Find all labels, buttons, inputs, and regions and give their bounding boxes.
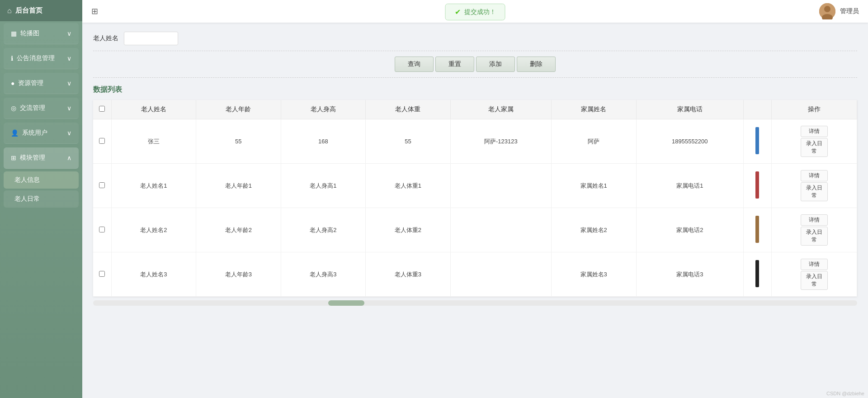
delete-button[interactable]: 删除 [517, 57, 556, 72]
cell-name-2: 老人姓名2 [111, 208, 196, 252]
header-family-phone: 家属电话 [636, 100, 744, 119]
cell-age-0: 55 [196, 119, 281, 164]
header-name: 老人姓名 [111, 100, 196, 119]
header-weight: 老人体重 [366, 100, 451, 119]
daily-button-1[interactable]: 录入日常 [801, 182, 828, 201]
data-table: 老人姓名 老人年龄 老人身高 老人体重 老人家属 家属姓名 家属电话 操作 张三… [93, 100, 857, 297]
sidebar-item-resource[interactable]: ● 资源管理 ∨ [4, 73, 79, 94]
search-label: 老人姓名 [93, 34, 118, 43]
header-family-name: 家属姓名 [551, 100, 636, 119]
avatar [819, 3, 835, 19]
daily-button-0[interactable]: 录入日常 [801, 138, 828, 157]
cell-weight-0: 55 [366, 119, 451, 164]
sidebar-sub-elder-info[interactable]: 老人信息 [4, 171, 79, 189]
cell-ops-0: 详情 录入日常 [771, 119, 857, 164]
grid-icon[interactable]: ⊞ [91, 6, 98, 16]
cell-age-1: 老人年龄1 [196, 164, 281, 208]
carousel-icon: ▦ [11, 30, 17, 37]
cell-ops-1: 详情 录入日常 [771, 164, 857, 208]
header-checkbox[interactable] [93, 100, 111, 119]
row-thumbnail-0 [755, 127, 759, 154]
resource-icon: ● [11, 80, 14, 87]
row-checkbox-2[interactable] [93, 208, 111, 252]
sidebar-item-sysuser[interactable]: 👤 系统用户 ∨ [4, 123, 79, 144]
chevron-down-icon2: ∨ [67, 55, 71, 62]
cell-family-name-2: 家属姓名2 [551, 208, 636, 252]
scroll-track[interactable] [93, 300, 857, 306]
cell-weight-3: 老人体重3 [366, 252, 451, 297]
topbar-left: ⊞ [91, 6, 98, 16]
cell-family-name-1: 家属姓名1 [551, 164, 636, 208]
cell-age-2: 老人年龄2 [196, 208, 281, 252]
sidebar-item-carousel[interactable]: ▦ 轮播图 ∨ [4, 23, 79, 44]
sidebar-home[interactable]: ⌂ 后台首页 [0, 0, 82, 21]
cell-thumbnail-3 [744, 252, 772, 297]
row-checkbox-0[interactable] [93, 119, 111, 164]
row-select-1[interactable] [99, 182, 105, 188]
detail-button-1[interactable]: 详情 [801, 170, 828, 181]
cell-name-1: 老人姓名1 [111, 164, 196, 208]
table-header-row: 老人姓名 老人年龄 老人身高 老人体重 老人家属 家属姓名 家属电话 操作 [93, 100, 857, 119]
cell-family-phone-0: 18955552200 [636, 119, 744, 164]
query-button[interactable]: 查询 [395, 57, 434, 72]
toast-message: 提交成功！ [464, 8, 496, 16]
row-thumbnail-1 [755, 171, 759, 199]
sidebar-sysuser-label: 系统用户 [22, 129, 47, 137]
sidebar-notice-label: 公告消息管理 [17, 54, 55, 62]
cell-height-0: 168 [281, 119, 366, 164]
exchange-icon: ◎ [11, 104, 16, 112]
content-area: 老人姓名 查询 重置 添加 删除 数据列表 老人姓名 老人年龄 老人身高 老人体… [82, 23, 868, 398]
add-button[interactable]: 添加 [476, 57, 515, 72]
sidebar: ⌂ 后台首页 ▦ 轮播图 ∨ ℹ 公告消息管理 ∨ ● 资源管理 ∨ ◎ 交流管… [0, 0, 82, 398]
daily-button-2[interactable]: 录入日常 [801, 227, 828, 246]
cell-ops-2: 详情 录入日常 [771, 208, 857, 252]
detail-button-2[interactable]: 详情 [801, 214, 828, 226]
cell-name-0: 张三 [111, 119, 196, 164]
sidebar-sub-elder-daily-label: 老人日常 [14, 195, 40, 202]
table-row: 老人姓名3 老人年龄3 老人身高3 老人体重3 家属姓名3 家属电话3 详情 录… [93, 252, 857, 297]
row-thumbnail-3 [755, 260, 759, 287]
sidebar-item-notice[interactable]: ℹ 公告消息管理 ∨ [4, 48, 79, 69]
scroll-thumb[interactable] [328, 300, 364, 306]
chevron-down-icon4: ∨ [67, 104, 71, 112]
notice-icon: ℹ [11, 55, 13, 62]
toast-notification: ✔ 提交成功！ [445, 4, 505, 20]
cell-family-0: 阿萨-123123 [450, 119, 551, 164]
header-thumbnail [744, 100, 772, 119]
row-checkbox-3[interactable] [93, 252, 111, 297]
sidebar-home-label: 后台首页 [15, 6, 42, 15]
row-select-2[interactable] [99, 227, 105, 232]
sidebar-carousel-label: 轮播图 [20, 29, 39, 38]
watermark: CSDN @dzbiehe [826, 391, 864, 396]
header-family: 老人家属 [450, 100, 551, 119]
daily-button-3[interactable]: 录入日常 [801, 271, 828, 290]
detail-button-3[interactable]: 详情 [801, 259, 828, 270]
success-icon: ✔ [455, 8, 461, 16]
sidebar-sub-elder-daily[interactable]: 老人日常 [4, 190, 79, 208]
detail-button-0[interactable]: 详情 [801, 126, 828, 137]
sidebar-resource-label: 资源管理 [18, 79, 43, 87]
cell-family-name-3: 家属姓名3 [551, 252, 636, 297]
row-checkbox-1[interactable] [93, 164, 111, 208]
chevron-down-icon5: ∨ [67, 129, 71, 137]
chevron-up-icon: ∧ [67, 154, 71, 161]
search-input[interactable] [124, 32, 178, 45]
cell-thumbnail-2 [744, 208, 772, 252]
cell-age-3: 老人年龄3 [196, 252, 281, 297]
select-all-checkbox[interactable] [99, 106, 105, 112]
admin-name: 管理员 [840, 7, 859, 15]
cell-thumbnail-0 [744, 119, 772, 164]
table-row: 张三 55 168 55 阿萨-123123 阿萨 18955552200 详情… [93, 119, 857, 164]
table-row: 老人姓名1 老人年龄1 老人身高1 老人体重1 家属姓名1 家属电话1 详情 录… [93, 164, 857, 208]
row-select-0[interactable] [99, 138, 105, 144]
cell-family-name-0: 阿萨 [551, 119, 636, 164]
cell-name-3: 老人姓名3 [111, 252, 196, 297]
sidebar-item-exchange[interactable]: ◎ 交流管理 ∨ [4, 98, 79, 119]
row-select-3[interactable] [99, 271, 105, 277]
svg-point-1 [824, 6, 830, 12]
reset-button[interactable]: 重置 [435, 57, 474, 72]
cell-family-2 [450, 208, 551, 252]
search-bar: 老人姓名 [93, 32, 857, 51]
cell-height-3: 老人身高3 [281, 252, 366, 297]
sidebar-item-module[interactable]: ⊞ 模块管理 ∧ [4, 147, 79, 169]
